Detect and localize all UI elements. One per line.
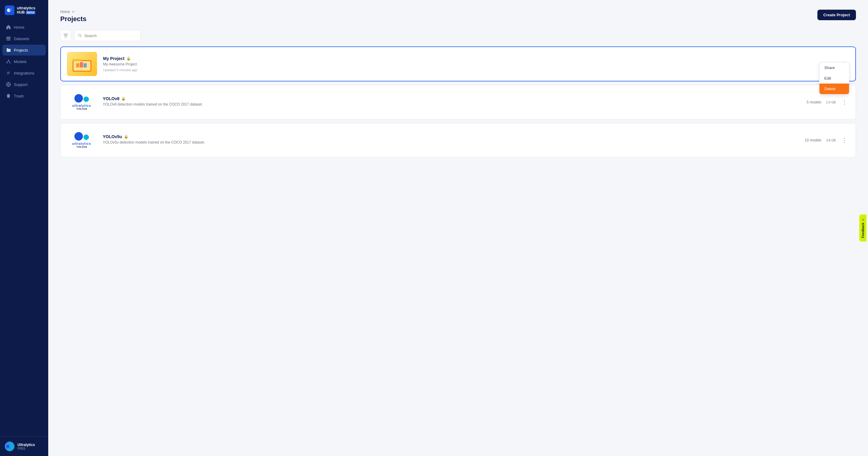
logo-hub: HUB [17,10,25,15]
project-card-yolov8[interactable]: ultralytics YOLOv8 YOLOv8 🔒 YOLOv8 detec… [60,85,856,119]
size-yolov5u: 3.8 GB [826,138,836,142]
project-info-yolov8: YOLOv8 🔒 YOLOv8 detection models trained… [103,96,807,108]
project-desc-yolov8: YOLOv8 detection models trained on the C… [103,102,807,107]
project-info-yolov5u: YOLOv5u 🔒 YOLOv5u detection models train… [103,134,805,146]
svg-rect-25 [73,59,81,61]
sidebar-nav: Home Datasets Projects [0,22,48,436]
project-thumbnail-my-project [67,52,97,76]
user-plan: FREE [18,447,35,450]
svg-line-23 [81,36,82,37]
user-info: Ultralytics FREE [18,443,35,450]
project-meta-yolov8: 5 models 2.0 GB [807,100,836,104]
svg-rect-32 [84,63,87,64]
home-icon [6,25,11,30]
yolov8-logo: ultralytics YOLOv8 [72,94,91,110]
svg-line-8 [7,61,8,62]
beta-badge: BETA [26,11,35,14]
project-name-my-project: My Project [103,56,124,61]
lock-icon: 🔒 [126,56,131,61]
sidebar-label-models: Models [14,59,27,64]
search-icon [78,33,82,38]
folder-icon [71,55,93,73]
trash-icon [6,93,11,98]
yolo-wordmark: ultralytics [72,104,91,107]
yolo-wordmark-v5: ultralytics [72,142,91,145]
logo: ultralytics HUB BETA [0,0,48,22]
logo-icon [5,5,14,15]
search-box [74,30,141,41]
create-project-button[interactable]: Create Project [817,10,856,20]
project-card-yolov5u[interactable]: ultralytics YOLOv5 YOLOv5u 🔒 YOLOv5u det… [60,123,856,158]
yolov8-thumbnail: ultralytics YOLOv8 [67,90,97,114]
sidebar-label-support: Support [14,82,28,87]
project-desc-yolov5u: YOLOv5u detection models trained on the … [103,140,805,144]
sidebar-item-trash[interactable]: Trash [2,90,46,101]
projects-list: My Project 🔒 My Awesome Project Updated … [60,47,856,161]
sidebar-label-trash: Trash [14,94,24,98]
yolov5u-thumbnail: ultralytics YOLOv5 [67,128,97,152]
svg-point-18 [6,445,9,448]
svg-rect-3 [6,38,10,39]
project-updated-my-project: Updated 5 minutes ago [103,68,821,72]
support-icon [6,82,11,87]
lock-icon-yolov5u: 🔒 [124,135,128,139]
sidebar-label-home: Home [14,25,24,30]
svg-rect-2 [6,37,10,38]
projects-icon [6,48,11,53]
filter-button[interactable] [60,30,71,41]
svg-point-6 [6,62,7,63]
sidebar-item-datasets[interactable]: Datasets [2,33,46,44]
lock-icon-yolov8: 🔒 [121,96,126,101]
svg-line-9 [8,61,10,62]
datasets-icon [6,36,11,41]
project-name-yolov8: YOLOv8 [103,96,119,101]
more-options-button-yolov5u[interactable]: ⋮ [839,136,849,145]
delete-arrow [819,86,819,92]
sidebar-item-support[interactable]: Support [2,79,46,90]
more-options-button-yolov8[interactable]: ⋮ [839,98,849,107]
feedback-button[interactable]: Feedback ☺ [859,215,867,241]
dropdown-edit[interactable]: Edit [819,73,849,84]
project-card-my-project[interactable]: My Project 🔒 My Awesome Project Updated … [60,47,856,81]
avatar [5,441,14,451]
integrations-icon [6,70,11,76]
svg-point-11 [7,84,9,85]
main-content: Home > Projects Create Project [48,0,868,456]
project-name-yolov5u: YOLOv5u [103,134,122,139]
breadcrumb: Home > [60,10,87,14]
yolo-circle-small [84,96,89,102]
sidebar-label-projects: Projects [14,48,28,53]
project-desc-my-project: My Awesome Project [103,62,821,66]
page-header: Home > Projects [60,10,87,23]
sidebar-item-home[interactable]: Home [2,22,46,33]
top-bar: Home > Projects Create Project [60,10,856,23]
search-input[interactable] [84,33,136,38]
breadcrumb-home[interactable]: Home [60,10,70,14]
yolo-circle-large-v5 [74,132,83,141]
dropdown-share[interactable]: Share [819,62,849,73]
size-yolov8: 2.0 GB [826,100,836,104]
logo-text: ultralytics HUB BETA [17,6,35,15]
svg-point-7 [9,62,10,63]
user-name: Ultralytics [18,443,35,447]
logo-name: ultralytics [17,6,35,10]
sidebar-item-models[interactable]: Models [2,56,46,67]
toolbar [60,30,856,41]
sidebar-label-datasets: Datasets [14,36,29,41]
yolov8-version: YOLOv8 [76,107,87,110]
breadcrumb-separator: > [72,10,74,14]
page-title: Projects [60,15,87,23]
yolov5u-logo: ultralytics YOLOv5 [72,132,91,148]
dropdown-delete[interactable]: Delete [819,84,849,94]
sidebar: ultralytics HUB BETA Home Datasets [0,0,48,456]
user-profile[interactable]: Ultralytics FREE [0,436,48,456]
project-info-my-project: My Project 🔒 My Awesome Project Updated … [103,56,821,72]
sidebar-item-integrations[interactable]: Integrations [2,67,46,78]
svg-point-17 [9,443,13,447]
svg-point-5 [8,60,9,61]
dropdown-menu: Share Edit Delete [819,62,849,94]
svg-rect-31 [80,62,83,63]
sidebar-item-projects[interactable]: Projects [2,45,46,56]
models-count-yolov8: 5 models [807,100,822,104]
sidebar-label-integrations: Integrations [14,71,34,76]
